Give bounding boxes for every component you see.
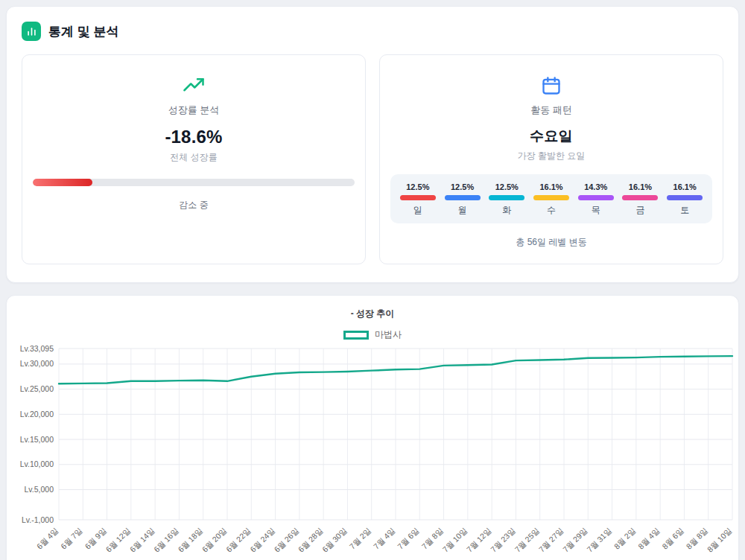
bar-chart-icon bbox=[22, 22, 41, 41]
x-axis-label: 8월 6일 bbox=[660, 526, 685, 551]
y-axis-label: Lv.10,000 bbox=[20, 459, 54, 468]
x-axis-label: 6월 16일 bbox=[152, 526, 180, 554]
activity-value: 수요일 bbox=[389, 127, 714, 146]
section-title: 통계 및 분석 bbox=[48, 23, 118, 40]
y-axis-label: Lv.-1,000 bbox=[22, 515, 54, 524]
x-axis-label: 8월 2일 bbox=[612, 526, 638, 551]
legend-label: 마법사 bbox=[375, 328, 402, 341]
y-axis-label: Lv.5,000 bbox=[24, 485, 54, 494]
x-axis-label: 6월 14일 bbox=[128, 526, 156, 554]
activity-subtitle: 활동 패턴 bbox=[389, 104, 714, 117]
weekday-bar bbox=[489, 195, 524, 200]
growth-rate-card: 성장률 분석 -18.6% 전체 성장률 감소 중 bbox=[22, 54, 366, 264]
stats-section-card: 통계 및 분석 성장률 분석 -18.6% 전체 성장률 감소 중 bbox=[6, 6, 739, 283]
section-header: 통계 및 분석 bbox=[22, 22, 723, 41]
x-axis-label: 6월 22일 bbox=[224, 526, 253, 554]
x-axis-label: 6월 24일 bbox=[248, 526, 276, 554]
weekday-percent: 16.1% bbox=[629, 182, 652, 191]
weekday-bar bbox=[445, 195, 481, 200]
weekday-percent: 12.5% bbox=[495, 182, 519, 191]
weekday-label: 화 bbox=[502, 204, 511, 217]
x-axis-label: 7월 10일 bbox=[440, 526, 469, 554]
calendar-icon bbox=[389, 74, 714, 97]
stats-cards-row: 성장률 분석 -18.6% 전체 성장률 감소 중 bbox=[22, 54, 723, 264]
weekday-percent: 12.5% bbox=[451, 182, 474, 191]
trending-up-icon bbox=[31, 74, 356, 97]
activity-footer: 총 56일 레벨 변동 bbox=[389, 236, 714, 249]
weekday-percent: 12.5% bbox=[406, 182, 429, 191]
x-axis-label: 7월 2일 bbox=[347, 526, 372, 551]
weekday-bar bbox=[400, 195, 436, 200]
weekday-label: 토 bbox=[680, 204, 689, 217]
dashboard-page: 통계 및 분석 성장률 분석 -18.6% 전체 성장률 감소 중 bbox=[0, 0, 745, 560]
growth-value: -18.6% bbox=[31, 127, 356, 147]
x-axis-label: 6월 26일 bbox=[272, 526, 300, 554]
x-axis-label: 6월 12일 bbox=[104, 526, 132, 554]
x-axis-label: 7월 31일 bbox=[585, 526, 613, 554]
x-axis-label: 7월 29일 bbox=[561, 526, 589, 554]
weekday-item: 16.1%금 bbox=[621, 182, 661, 217]
weekday-bar bbox=[667, 195, 703, 200]
weekday-percent: 16.1% bbox=[673, 182, 697, 191]
y-axis-label: Lv.30,000 bbox=[20, 359, 54, 368]
x-axis-label: 6월 30일 bbox=[320, 526, 349, 554]
x-axis-label: 7월 25일 bbox=[513, 526, 541, 554]
weekday-bar bbox=[578, 195, 614, 200]
weekday-label: 월 bbox=[458, 204, 467, 217]
weekday-label: 금 bbox=[635, 204, 644, 217]
weekday-label: 목 bbox=[592, 204, 600, 217]
weekday-item: 12.5%월 bbox=[443, 182, 483, 217]
x-axis-label: 7월 27일 bbox=[537, 526, 565, 554]
weekday-item: 16.1%토 bbox=[665, 182, 705, 217]
growth-progress-fill bbox=[33, 179, 92, 186]
weekday-bar bbox=[533, 195, 569, 200]
weekday-item: 12.5%일 bbox=[398, 182, 438, 217]
weekday-distribution-panel: 12.5%일12.5%월12.5%화16.1%수14.3%목16.1%금16.1… bbox=[390, 174, 712, 223]
growth-subtitle: 성장률 분석 bbox=[31, 104, 356, 117]
y-axis-label: Lv.15,000 bbox=[20, 435, 54, 444]
activity-pattern-card: 활동 패턴 수요일 가장 활발한 요일 12.5%일12.5%월12.5%화16… bbox=[379, 54, 723, 264]
y-axis-label: Lv.20,000 bbox=[20, 410, 54, 419]
growth-progress-track bbox=[33, 179, 355, 186]
growth-caption: 전체 성장률 bbox=[31, 151, 356, 164]
x-axis-label: 6월 4일 bbox=[35, 526, 60, 551]
weekday-item: 16.1%수 bbox=[531, 182, 571, 217]
x-axis-label: 6월 28일 bbox=[297, 526, 325, 554]
x-axis-label: 6월 20일 bbox=[200, 526, 229, 554]
weekday-percent: 14.3% bbox=[584, 182, 607, 191]
x-axis-label: 6월 18일 bbox=[176, 526, 204, 554]
chart-title: - 성장 추이 bbox=[13, 308, 732, 320]
x-axis-label: 6월 7일 bbox=[59, 526, 84, 551]
x-axis-label: 8월 4일 bbox=[636, 526, 662, 551]
y-axis-label: Lv.25,000 bbox=[20, 384, 54, 393]
x-axis-label: 8월 10일 bbox=[706, 526, 734, 554]
weekday-percent: 16.1% bbox=[539, 182, 562, 191]
chart-legend[interactable]: 마법사 bbox=[13, 328, 732, 341]
weekday-bar bbox=[622, 195, 658, 200]
weekday-label: 수 bbox=[547, 204, 556, 217]
x-axis-label: 7월 12일 bbox=[465, 526, 493, 554]
x-axis-label: 7월 23일 bbox=[489, 526, 517, 554]
growth-status: 감소 중 bbox=[31, 199, 356, 211]
weekday-label: 일 bbox=[413, 204, 422, 217]
weekday-item: 14.3%목 bbox=[576, 182, 616, 217]
growth-chart-card: - 성장 추이 마법사 Lv.33,095Lv.30,000Lv.25,000L… bbox=[6, 295, 739, 560]
x-axis-label: 7월 4일 bbox=[372, 526, 397, 551]
weekday-item: 12.5%화 bbox=[486, 182, 527, 217]
activity-caption: 가장 활발한 요일 bbox=[389, 150, 714, 162]
growth-line-chart: Lv.33,095Lv.30,000Lv.25,000Lv.20,000Lv.1… bbox=[13, 343, 740, 560]
x-axis-label: 7월 6일 bbox=[396, 526, 421, 551]
y-axis-label: Lv.33,095 bbox=[20, 344, 54, 353]
legend-swatch bbox=[343, 331, 369, 340]
